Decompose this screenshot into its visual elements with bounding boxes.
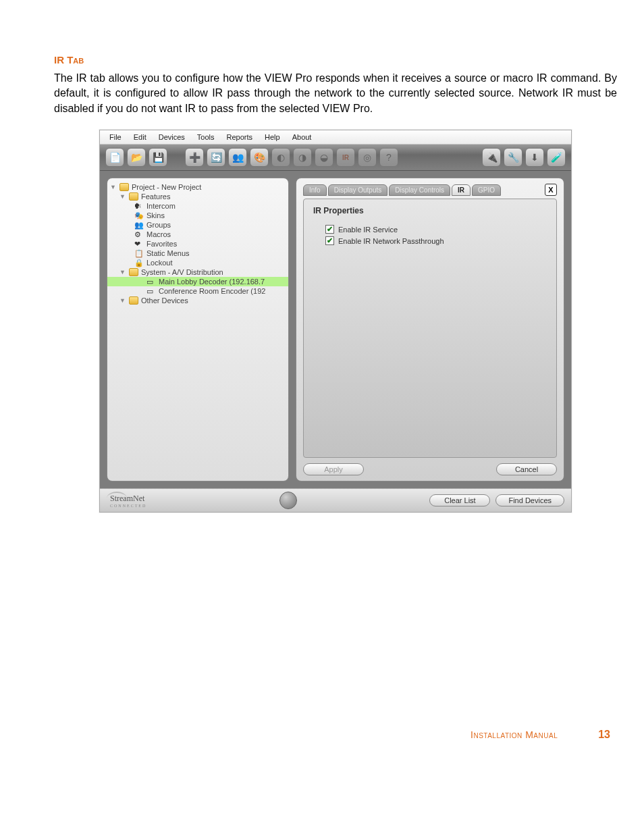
tree-panel: ▼ Project - New Project ▼ Features 🗣Inte…	[107, 178, 289, 481]
tree-device-conference[interactable]: ▭ Conference Room Encoder (192	[107, 286, 288, 296]
properties-panel: Info Display Outputs Display Controls IR…	[296, 178, 564, 481]
tree-item-skins[interactable]: 🎭Skins	[107, 211, 288, 220]
tb-r2-icon[interactable]: 🔧	[504, 148, 522, 167]
apply-button[interactable]: Apply	[303, 463, 364, 475]
status-globe-icon[interactable]	[279, 492, 297, 509]
tab-ir[interactable]: IR	[452, 184, 471, 196]
menus-icon: 📋	[134, 249, 144, 257]
folder-icon	[129, 268, 138, 276]
tb-paint-icon[interactable]: 🎨	[250, 148, 269, 167]
intercom-icon: 🗣	[134, 202, 144, 210]
tab-display-outputs[interactable]: Display Outputs	[328, 184, 388, 196]
favorites-icon: ❤	[134, 240, 144, 248]
tb-dim3-icon[interactable]: ◒	[315, 148, 333, 167]
checkbox-enable-ir-service[interactable]: ✔ Enable IR Service	[325, 225, 547, 234]
body-paragraph: The IR tab allows you to configure how t…	[54, 71, 617, 116]
tab-display-controls[interactable]: Display Controls	[389, 184, 450, 196]
menu-help[interactable]: Help	[259, 132, 286, 142]
tb-ir-icon[interactable]: IR	[336, 148, 355, 167]
tb-refresh-icon[interactable]: 🔄	[207, 148, 225, 167]
expand-icon[interactable]: ▼	[119, 193, 126, 200]
menu-file[interactable]: File	[104, 132, 127, 142]
tree-features[interactable]: ▼ Features	[107, 192, 288, 201]
logo-subtext: connected	[110, 504, 146, 508]
folder-icon	[129, 296, 138, 305]
tree-item-favorites[interactable]: ❤Favorites	[107, 239, 288, 249]
tree-item-static-menus[interactable]: 📋Static Menus	[107, 249, 288, 258]
tree-system[interactable]: ▼ System - A/V Distribution	[107, 267, 288, 277]
properties-tabs: Info Display Outputs Display Controls IR…	[303, 184, 557, 196]
checkbox-icon[interactable]: ✔	[325, 236, 334, 245]
page-footer: Installation Manual 13	[54, 729, 617, 741]
clear-list-button[interactable]: Clear List	[429, 494, 490, 506]
tb-dim2-icon[interactable]: ◑	[293, 148, 312, 167]
tree-item-groups[interactable]: 👥Groups	[107, 220, 288, 230]
skins-icon: 🎭	[134, 211, 144, 219]
menubar: File Edit Devices Tools Reports Help Abo…	[100, 130, 571, 145]
folder-icon	[129, 192, 138, 201]
tb-r1-icon[interactable]: 🔌	[482, 148, 501, 167]
expand-icon[interactable]: ▼	[119, 269, 126, 276]
app-window: File Edit Devices Tools Reports Help Abo…	[99, 130, 572, 513]
panel-body: IR Properties ✔ Enable IR Service ✔ Enab…	[303, 199, 557, 458]
checkbox-icon[interactable]: ✔	[325, 225, 334, 234]
lock-icon: 🔒	[134, 259, 144, 267]
statusbar: StreamNet connected Clear List Find Devi…	[100, 488, 571, 512]
tb-new-icon[interactable]: 📄	[105, 148, 124, 167]
menu-about[interactable]: About	[287, 132, 317, 142]
tb-dim1-icon[interactable]: ◐	[271, 148, 290, 167]
expand-icon[interactable]: ▼	[119, 297, 126, 304]
section-title: IR Tab	[54, 54, 617, 66]
tab-gpio[interactable]: GPIO	[472, 184, 501, 196]
tb-people-icon[interactable]: 👥	[228, 148, 247, 167]
find-devices-button[interactable]: Find Devices	[495, 494, 564, 506]
menu-devices[interactable]: Devices	[153, 132, 190, 142]
tb-open-icon[interactable]: 📂	[127, 148, 146, 167]
tree-item-macros[interactable]: ⚙Macros	[107, 230, 288, 239]
cancel-button[interactable]: Cancel	[496, 463, 557, 475]
macros-icon: ⚙	[134, 230, 144, 238]
streamnet-logo: StreamNet connected	[107, 494, 146, 508]
footer-title: Installation Manual	[471, 729, 558, 740]
logo-arc-icon	[107, 492, 127, 498]
groups-icon: 👥	[134, 221, 144, 229]
menu-edit[interactable]: Edit	[128, 132, 152, 142]
footer-page-number: 13	[598, 729, 610, 741]
folder-icon	[119, 183, 129, 191]
menu-reports[interactable]: Reports	[221, 132, 259, 142]
panel-title: IR Properties	[313, 206, 547, 215]
menu-tools[interactable]: Tools	[192, 132, 220, 142]
tree-item-intercom[interactable]: 🗣Intercom	[107, 201, 288, 211]
tb-help-icon[interactable]: ?	[379, 148, 398, 167]
workspace: ▼ Project - New Project ▼ Features 🗣Inte…	[100, 171, 571, 488]
tree-item-lockout[interactable]: 🔒Lockout	[107, 258, 288, 267]
panel-actions: Apply Cancel	[303, 463, 557, 475]
tree-device-main-lobby[interactable]: ▭ Main Lobby Decoder (192.168.7	[107, 277, 288, 286]
tb-r3-icon[interactable]: ⬇	[525, 148, 544, 167]
tree-project[interactable]: ▼ Project - New Project	[107, 182, 288, 192]
panel-close-button[interactable]: X	[545, 184, 557, 196]
tb-r4-icon[interactable]: 🧪	[547, 148, 566, 167]
tab-info[interactable]: Info	[303, 184, 327, 196]
device-icon: ▭	[146, 287, 156, 295]
checkbox-label: Enable IR Service	[338, 226, 398, 234]
expand-icon[interactable]: ▼	[110, 184, 117, 190]
toolbar: 📄 📂 💾 ➕ 🔄 👥 🎨 ◐ ◑ ◒ IR ◎ ? 🔌 🔧 ⬇ 🧪	[100, 145, 571, 171]
tree-other-devices[interactable]: ▼ Other Devices	[107, 296, 288, 305]
checkbox-label: Enable IR Network Passthrough	[338, 237, 444, 245]
tb-save-icon[interactable]: 💾	[149, 148, 167, 167]
checkbox-enable-ir-passthrough[interactable]: ✔ Enable IR Network Passthrough	[325, 236, 547, 245]
tb-add-icon[interactable]: ➕	[185, 148, 204, 167]
tb-dim5-icon[interactable]: ◎	[358, 148, 377, 167]
device-icon: ▭	[146, 278, 156, 286]
